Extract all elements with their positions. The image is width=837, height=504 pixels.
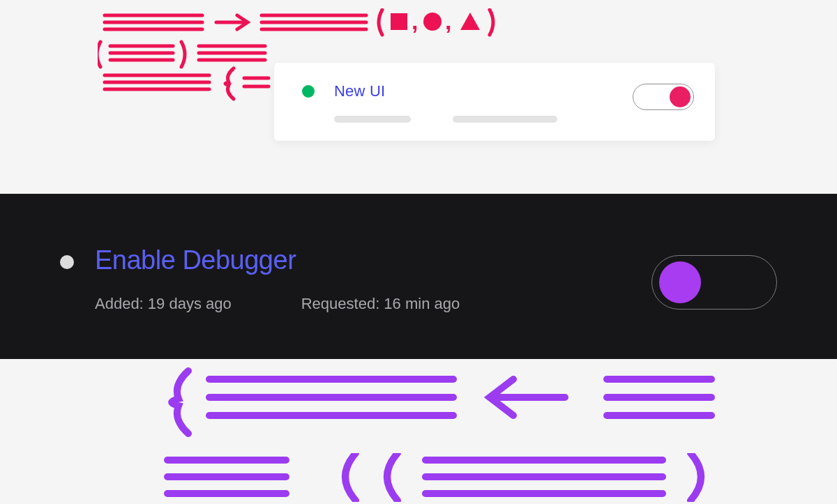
feature-title: New UI (334, 82, 633, 100)
svg-text:,: , (412, 8, 418, 34)
toggle-knob-icon (670, 86, 691, 107)
feature-card-new-ui: New UI (274, 63, 715, 141)
requested-label: Requested: 16 min ago (301, 295, 460, 313)
placeholder-text (453, 116, 557, 123)
feature-meta: Added: 19 days ago Requested: 16 min ago (95, 295, 651, 313)
status-dot-icon (302, 85, 315, 98)
feature-title: Enable Debugger (95, 245, 651, 275)
svg-rect-7 (391, 13, 407, 30)
toggle-knob-icon (659, 261, 701, 303)
added-label: Added: 19 days ago (95, 295, 232, 313)
feature-meta (334, 116, 633, 123)
card-content: New UI (334, 82, 633, 123)
placeholder-text (334, 116, 411, 123)
status-dot-icon (60, 255, 74, 269)
svg-point-9 (423, 13, 442, 31)
decorative-code-bottom-2 (160, 453, 725, 502)
svg-text:,: , (445, 8, 451, 34)
card-content: Enable Debugger Added: 19 days ago Reque… (95, 245, 651, 313)
feature-card-enable-debugger: Enable Debugger Added: 19 days ago Reque… (0, 194, 837, 359)
feature-toggle[interactable] (651, 255, 777, 310)
feature-toggle[interactable] (633, 84, 694, 110)
